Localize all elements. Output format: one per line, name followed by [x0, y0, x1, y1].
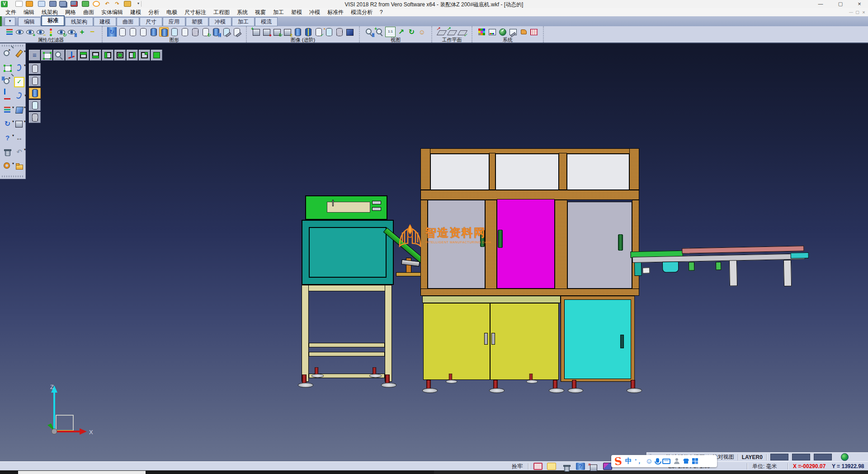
shade-wireframe-icon[interactable] [29, 63, 41, 74]
ime-keyboard-icon[interactable] [662, 459, 670, 464]
system-environment-icon[interactable] [498, 27, 507, 37]
wcs-axis-icon[interactable] [2, 91, 13, 101]
menu-analysis[interactable]: 分析 [145, 8, 163, 16]
shade-solid-icon[interactable] [29, 88, 41, 99]
outline-mode-icon[interactable] [180, 27, 189, 37]
tab-stamping[interactable]: 冲模 [209, 17, 231, 26]
system-colors-icon[interactable] [477, 27, 486, 37]
view-back-icon[interactable] [139, 50, 150, 61]
ime-mic-icon[interactable] [656, 458, 659, 463]
tab-list-dropdown[interactable]: ▾ [5, 17, 15, 26]
mdi-restore-icon[interactable]: ▢ [854, 9, 860, 15]
solid-cube-icon[interactable] [14, 119, 24, 129]
layer-swatch-button[interactable] [814, 454, 832, 460]
erase-icon[interactable] [14, 49, 24, 59]
spline-icon[interactable] [13, 90, 26, 103]
tab-application[interactable]: 应用 [163, 17, 185, 26]
graphics-tools-icon[interactable] [232, 27, 241, 37]
hide-all-icon[interactable]: − [88, 27, 97, 37]
view-menu-icon[interactable]: ≡ [29, 50, 40, 61]
adv-validate-icon[interactable]: ✓ [314, 27, 323, 37]
tab-dimension[interactable]: 尺寸 [140, 17, 162, 26]
yellow-cabinet-door-right[interactable] [490, 303, 559, 380]
zoom-extents-icon[interactable]: + [375, 27, 384, 37]
door-handle[interactable] [618, 234, 623, 251]
delete-icon[interactable] [2, 147, 13, 157]
zoom-dynamic-icon[interactable]: ± [2, 77, 13, 87]
workplane-align-icon[interactable]: ✓ [458, 27, 467, 37]
zoom-one-to-one-icon[interactable]: 1:1 [385, 27, 396, 37]
snap-cube-icon[interactable] [603, 463, 612, 470]
magic-wand-icon[interactable] [547, 463, 556, 470]
mdi-close-icon[interactable]: × [861, 9, 867, 15]
tab-standard[interactable]: 标准 [41, 15, 65, 26]
ime-account-icon[interactable] [674, 458, 680, 465]
shaded-edges-mode-icon[interactable] [159, 27, 169, 37]
menu-window[interactable]: 视窗 [251, 8, 269, 16]
menu-surface[interactable]: 曲面 [80, 8, 98, 16]
view-left-icon[interactable] [102, 50, 113, 61]
cabinet-handle[interactable] [491, 333, 495, 345]
machine-door-magenta[interactable] [497, 199, 555, 289]
menu-electrode[interactable]: 电极 [163, 8, 181, 16]
main-machine[interactable] [420, 148, 639, 396]
cabinet-handle[interactable] [484, 333, 488, 345]
menu-machining[interactable]: 加工 [269, 8, 288, 16]
adv-striped-view-icon[interactable] [303, 27, 313, 37]
regenerate-icon[interactable]: ↻ [2, 119, 13, 129]
select-frame-icon[interactable] [2, 63, 13, 73]
adv-toggle-body-icon[interactable]: ± [283, 27, 292, 37]
show-hide-toggle-icon[interactable]: ± [67, 27, 76, 37]
globe-icon[interactable] [841, 453, 849, 461]
undo-dock-icon[interactable]: ↶ [14, 147, 24, 157]
menu-drawing[interactable]: 工程图 [210, 8, 233, 16]
ime-language-toggle[interactable]: 中 [625, 457, 632, 465]
control-stand[interactable] [300, 194, 396, 382]
layer-label[interactable]: LAYER0 [742, 454, 763, 460]
menu-mold[interactable]: 塑模 [288, 8, 306, 16]
restore-button[interactable]: ▢ [831, 0, 850, 8]
menu-system[interactable]: 系统 [233, 8, 251, 16]
zoom-arrow-icon[interactable]: ↗ [396, 27, 406, 37]
layer-swatch-button[interactable] [770, 454, 788, 460]
system-window-colors-icon[interactable] [487, 27, 497, 37]
workplane-edit-icon[interactable]: ↗ [447, 27, 457, 37]
menu-help[interactable]: ? [376, 8, 387, 16]
hidden-line-mode-icon[interactable] [128, 27, 137, 37]
tab-surface[interactable]: 曲面 [117, 17, 139, 26]
menu-solid-edit[interactable]: 实体编辑 [98, 8, 127, 16]
view-bottom-icon[interactable] [90, 50, 101, 61]
status-help-icon[interactable]: ? [576, 463, 585, 470]
menu-modeling[interactable]: 建模 [127, 8, 145, 16]
measure-icon[interactable]: ↔ [14, 133, 24, 143]
tab-machining[interactable]: 加工 [232, 17, 255, 26]
transparent-mode-icon[interactable] [170, 27, 179, 37]
hide-lasso-icon[interactable]: − [36, 27, 45, 37]
render-settings-icon[interactable] [222, 27, 231, 37]
machine-top-panel[interactable] [495, 154, 559, 190]
adv-solid-cube-icon[interactable] [345, 27, 354, 37]
system-selection-icon[interactable] [519, 27, 528, 37]
machine-top-panel[interactable] [430, 154, 489, 190]
adv-hatch-icon[interactable] [335, 27, 344, 37]
adv-show-body-icon[interactable]: + [251, 27, 261, 37]
open-dock-icon[interactable] [14, 161, 24, 171]
shade-hatch-icon[interactable] [29, 112, 41, 123]
viewport-3d[interactable]: ± ✓ ↻ ? ↔ ↶ ≡ [0, 43, 868, 461]
zoom-in-out-icon[interactable]: ± [364, 27, 374, 37]
menu-stamping[interactable]: 冲模 [306, 8, 324, 16]
ime-toolbox-icon[interactable] [692, 458, 698, 464]
settings-wheel-icon[interactable] [2, 161, 13, 171]
view-iso-icon[interactable] [151, 50, 162, 61]
lock-label[interactable]: 拴牢 [512, 463, 523, 470]
fit-view-icon[interactable] [41, 50, 52, 61]
view-refresh-icon[interactable]: ↻ [407, 27, 416, 37]
zoom-view-icon[interactable] [53, 50, 65, 61]
mdi-minimize-icon[interactable]: — [848, 9, 854, 15]
menu-file[interactable]: 文件 [2, 8, 20, 16]
attribute-paint-icon[interactable] [5, 27, 14, 37]
menu-edit[interactable]: 编辑 [20, 8, 38, 16]
hatched-mode-icon[interactable] [190, 27, 200, 37]
shade-hidden-icon[interactable] [29, 76, 41, 86]
tab-modeling[interactable]: 建模 [94, 17, 116, 26]
